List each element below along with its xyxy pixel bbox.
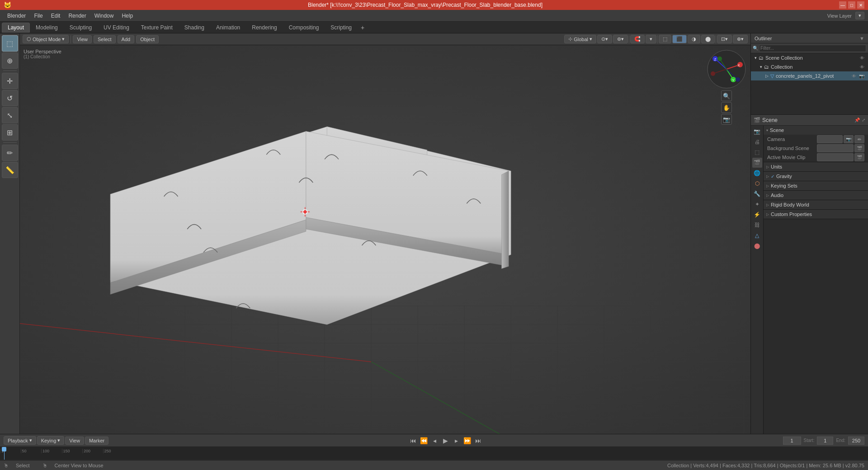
pivot-point[interactable]: ⊙▾ — [597, 35, 612, 43]
prop-tab-particles[interactable]: ✦ — [752, 199, 762, 209]
movie-clip-icon[interactable]: 🎬 — [854, 153, 864, 161]
current-frame-input[interactable] — [783, 437, 801, 445]
prop-tab-view-layer[interactable]: ⬚ — [752, 147, 762, 157]
menu-help[interactable]: Help — [118, 12, 137, 20]
movie-clip-value[interactable] — [817, 153, 854, 161]
tab-compositing[interactable]: Compositing — [283, 23, 325, 33]
render-vis-icon[interactable]: 📷 — [859, 74, 864, 79]
outliner-search-icon[interactable]: 🔍 — [753, 46, 758, 51]
close-button[interactable]: ✕ — [857, 1, 864, 9]
marker-menu[interactable]: Marker — [85, 437, 108, 445]
timeline-strip[interactable]: 1 50 100 150 200 250 — [0, 447, 868, 460]
maximize-icon[interactable]: ⤢ — [862, 118, 865, 122]
prev-keyframe-button[interactable]: ⏪ — [420, 436, 429, 445]
prop-tab-modifier[interactable]: 🔧 — [752, 189, 762, 199]
units-section-header[interactable]: ▷ Units — [764, 162, 868, 171]
tool-select[interactable]: ⬚ — [2, 35, 18, 52]
visibility-icon-3[interactable]: 👁 — [852, 74, 856, 79]
step-forward-button[interactable]: ▸ — [452, 436, 461, 445]
outliner-filter-icon[interactable]: ▼ — [859, 36, 864, 41]
tool-move[interactable]: ✛ — [2, 73, 18, 89]
menu-render[interactable]: Render — [65, 12, 90, 20]
audio-section-header[interactable]: ▷ Audio — [764, 191, 868, 200]
gravity-section-header[interactable]: ▷ Gravity — [764, 172, 868, 181]
visibility-icon[interactable]: 👁 — [860, 56, 864, 61]
menu-window[interactable]: Window — [91, 12, 118, 20]
menu-edit[interactable]: Edit — [47, 12, 64, 20]
transform-orient[interactable]: ⊹ Global ▾ — [564, 35, 596, 43]
timeline-playhead[interactable] — [1, 447, 7, 460]
prop-tab-constraints[interactable]: ⛓ — [752, 220, 762, 230]
prop-tab-render[interactable]: 📷 — [752, 127, 762, 136]
hand-pan-icon[interactable]: ✋ — [721, 102, 732, 113]
tool-cursor[interactable]: ⊕ — [2, 52, 18, 69]
axis-gizmo[interactable]: X Y Z — [706, 49, 747, 89]
viewport-gizmos[interactable]: ⊕▾ — [733, 35, 748, 43]
scene-section-header[interactable]: ▾ Scene — [764, 126, 868, 135]
prop-tab-world[interactable]: 🌐 — [752, 168, 762, 178]
viewport-shading-lkd[interactable]: ◑ — [688, 35, 700, 43]
tab-layout[interactable]: Layout — [2, 23, 30, 33]
pin-icon[interactable]: 📌 — [854, 118, 860, 122]
prop-tab-data[interactable]: △ — [752, 230, 762, 240]
object-mode-menu[interactable]: ⬡ Object Mode ▾ — [23, 35, 69, 43]
minimize-button[interactable]: — — [839, 1, 846, 9]
keying-sets-header[interactable]: ▷ Keying Sets — [764, 181, 868, 190]
outliner-item-scene-collection[interactable]: ▾ 🗂 Scene Collection 👁 — [751, 53, 868, 62]
prop-tab-object[interactable]: ⬡ — [752, 179, 762, 188]
camera-icon[interactable]: 📷 — [844, 135, 854, 143]
next-keyframe-button[interactable]: ⏩ — [463, 436, 472, 445]
end-frame-input[interactable] — [848, 437, 864, 445]
viewport-shading-solid[interactable]: ⬛ — [672, 35, 687, 43]
viewport-shading-render[interactable]: ⬤ — [701, 35, 715, 43]
tool-scale[interactable]: ⤡ — [2, 107, 18, 123]
tab-scripting[interactable]: Scripting — [325, 23, 358, 33]
outliner-item-mesh[interactable]: ▷ ▽ concrete_panels_12_pivot 👁 📷 — [751, 71, 868, 80]
viewport-canvas[interactable]: User Perspective (1) Collection X — [20, 45, 750, 434]
start-frame-input[interactable] — [817, 437, 833, 445]
tool-annotate[interactable]: ✏ — [2, 145, 18, 161]
snap-options[interactable]: ▾ — [646, 35, 656, 43]
prop-tab-physics[interactable]: ⚡ — [752, 210, 762, 220]
tool-rotate[interactable]: ↺ — [2, 90, 18, 106]
tab-rendering[interactable]: Rendering — [246, 23, 283, 33]
tool-transform[interactable]: ⊞ — [2, 124, 18, 141]
zoom-icon[interactable]: 🔍 — [721, 90, 732, 101]
custom-props-header[interactable]: ▷ Custom Properties — [764, 210, 868, 219]
tab-animation[interactable]: Animation — [210, 23, 246, 33]
tab-texture-paint[interactable]: Texture Paint — [135, 23, 179, 33]
view-layer-dropdown[interactable]: ▾ — [855, 12, 864, 19]
select-menu[interactable]: Select — [94, 35, 116, 43]
prop-tab-output[interactable]: 🖨 — [752, 137, 762, 147]
add-workspace-button[interactable]: + — [358, 23, 368, 33]
rigid-body-header[interactable]: ▷ Rigid Body World — [764, 200, 868, 209]
prop-tab-scene[interactable]: 🎬 — [752, 158, 762, 168]
tab-modeling[interactable]: Modeling — [30, 23, 64, 33]
view-menu-tl[interactable]: View — [65, 437, 84, 445]
step-back-button[interactable]: ◂ — [430, 436, 439, 445]
tab-uv-editing[interactable]: UV Editing — [98, 23, 135, 33]
visibility-icon-2[interactable]: 👁 — [860, 65, 864, 70]
bg-scene-value[interactable] — [817, 144, 854, 152]
tool-measure[interactable]: 📏 — [2, 162, 18, 178]
keying-menu[interactable]: Keying ▾ — [37, 436, 65, 445]
jump-end-button[interactable]: ⏭ — [474, 436, 483, 445]
snap-toggle[interactable]: 🧲 — [630, 35, 645, 43]
outliner-item-collection[interactable]: ▾ 🗂 Collection 👁 — [751, 62, 868, 71]
bg-scene-icon[interactable]: 🎬 — [854, 144, 864, 152]
gravity-checkbox[interactable] — [771, 174, 774, 179]
tab-sculpting[interactable]: Sculpting — [64, 23, 98, 33]
camera-nav-icon[interactable]: 📷 — [721, 114, 732, 125]
add-menu[interactable]: Add — [118, 35, 135, 43]
jump-start-button[interactable]: ⏮ — [409, 436, 418, 445]
playback-menu[interactable]: Playback ▾ — [4, 436, 36, 445]
outliner-search-input[interactable] — [759, 45, 866, 52]
maximize-button[interactable]: □ — [848, 1, 855, 9]
view-menu[interactable]: View — [73, 35, 92, 43]
camera-edit-icon[interactable]: ✏ — [854, 135, 864, 143]
menu-file[interactable]: File — [30, 12, 46, 20]
menu-blender[interactable]: Blender — [4, 12, 29, 20]
proportional-edit[interactable]: ⊚▾ — [613, 35, 628, 43]
camera-value[interactable] — [817, 135, 843, 143]
viewport-shading-wire[interactable]: ⬚ — [659, 35, 671, 43]
